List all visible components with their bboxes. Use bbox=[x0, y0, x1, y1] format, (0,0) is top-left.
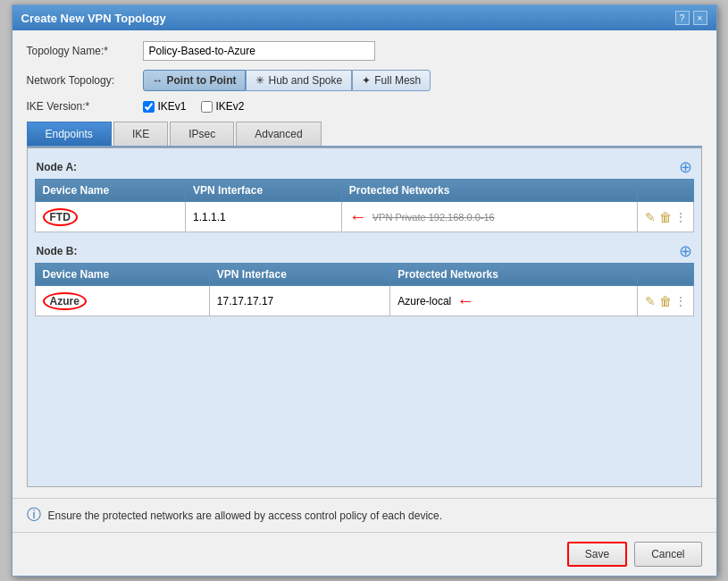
dialog-titlebar: Create New VPN Topology ? × bbox=[13, 5, 716, 30]
node-a-delete-button[interactable]: 🗑 bbox=[659, 210, 672, 224]
topology-buttons: ↔ Point to Point ✳ Hub and Spoke ✦ Full … bbox=[143, 70, 431, 91]
full-mesh-label: Full Mesh bbox=[374, 74, 421, 87]
node-a-arrow-icon: ← bbox=[349, 206, 367, 227]
node-a-col-actions bbox=[637, 180, 693, 202]
save-button[interactable]: Save bbox=[567, 542, 627, 567]
node-b-section: Node B: ⊕ Device Name VPN Interface Prot… bbox=[35, 240, 694, 316]
topology-name-label: Topology Name:* bbox=[27, 45, 143, 57]
info-message: Ensure the protected networks are allowe… bbox=[48, 509, 443, 522]
ikev2-checkbox[interactable] bbox=[201, 101, 213, 113]
tab-advanced[interactable]: Advanced bbox=[236, 122, 321, 146]
ikev1-option[interactable]: IKEv1 bbox=[143, 100, 187, 113]
node-a-table-wrapper: Device Name VPN Interface Protected Netw… bbox=[35, 179, 694, 232]
ike-checkboxes: IKEv1 IKEv2 bbox=[143, 100, 245, 113]
node-b-col-device: Device Name bbox=[35, 264, 209, 286]
node-a-network-text: VPN Private 192.168.0.0-16 bbox=[372, 212, 495, 223]
node-b-device-name: Azure bbox=[43, 292, 87, 310]
node-b-header-row: Device Name VPN Interface Protected Netw… bbox=[35, 264, 693, 286]
node-a-add-button[interactable]: ⊕ bbox=[679, 159, 692, 175]
node-b-col-vpn: VPN Interface bbox=[209, 264, 389, 286]
ikev2-option[interactable]: IKEv2 bbox=[201, 100, 245, 113]
ike-version-row: IKE Version:* IKEv1 IKEv2 bbox=[27, 100, 702, 113]
point-to-point-label: Point to Point bbox=[167, 74, 237, 87]
network-topology-label: Network Topology: bbox=[27, 74, 143, 87]
ikev1-checkbox[interactable] bbox=[143, 101, 155, 113]
node-a-action-cell: ✎ 🗑 ⋮ bbox=[637, 202, 693, 232]
topology-name-input[interactable] bbox=[143, 41, 375, 61]
node-b-arrow-icon: ← bbox=[456, 290, 474, 311]
tab-ipsec[interactable]: IPsec bbox=[170, 122, 234, 146]
tab-endpoints[interactable]: Endpoints bbox=[27, 122, 112, 146]
node-b-add-button[interactable]: ⊕ bbox=[679, 243, 692, 259]
ikev1-label: IKEv1 bbox=[158, 100, 187, 113]
node-a-header-row: Device Name VPN Interface Protected Netw… bbox=[35, 180, 693, 202]
node-a-vpn-interface: 1.1.1.1 bbox=[186, 202, 342, 232]
node-b-device-cell: Azure bbox=[35, 286, 209, 316]
node-b-col-networks: Protected Networks bbox=[390, 264, 637, 286]
close-button[interactable]: × bbox=[693, 11, 707, 25]
node-a-edit-button[interactable]: ✎ bbox=[645, 210, 656, 224]
node-a-label: Node A: bbox=[37, 161, 78, 173]
node-b-actions: ✎ 🗑 ⋮ bbox=[645, 294, 686, 308]
hub-spoke-icon: ✳ bbox=[255, 74, 264, 87]
cancel-button[interactable]: Cancel bbox=[634, 542, 701, 567]
node-a-col-device: Device Name bbox=[35, 180, 186, 202]
full-mesh-icon: ✦ bbox=[362, 74, 371, 87]
dialog: Create New VPN Topology ? × Topology Nam… bbox=[12, 4, 717, 577]
node-a-device-name: FTD bbox=[43, 208, 78, 226]
network-topology-row: Network Topology: ↔ Point to Point ✳ Hub… bbox=[27, 70, 702, 91]
point-to-point-icon: ↔ bbox=[153, 74, 163, 87]
dialog-body: Topology Name:* Network Topology: ↔ Poin… bbox=[13, 30, 716, 498]
node-b-network-text: Azure-local bbox=[397, 295, 451, 307]
node-b-table-wrapper: Device Name VPN Interface Protected Netw… bbox=[35, 263, 694, 316]
node-b-action-cell: ✎ 🗑 ⋮ bbox=[637, 286, 693, 316]
ike-version-label: IKE Version:* bbox=[27, 100, 143, 113]
node-a-col-networks: Protected Networks bbox=[341, 180, 637, 202]
node-b-table: Device Name VPN Interface Protected Netw… bbox=[35, 263, 694, 316]
dialog-title: Create New VPN Topology bbox=[21, 12, 166, 25]
help-button[interactable]: ? bbox=[675, 11, 690, 25]
tab-ike[interactable]: IKE bbox=[113, 122, 168, 146]
topology-name-row: Topology Name:* bbox=[27, 41, 702, 61]
node-b-col-actions bbox=[637, 264, 693, 286]
info-icon: ⓘ bbox=[27, 506, 41, 525]
node-a-protected-networks: ← VPN Private 192.168.0.0-16 bbox=[341, 202, 637, 232]
node-a-table: Device Name VPN Interface Protected Netw… bbox=[35, 179, 694, 232]
info-bar: ⓘ Ensure the protected networks are allo… bbox=[13, 498, 716, 532]
topology-hub-spoke[interactable]: ✳ Hub and Spoke bbox=[246, 70, 352, 91]
ikev2-label: IKEv2 bbox=[216, 100, 245, 113]
topology-full-mesh[interactable]: ✦ Full Mesh bbox=[352, 70, 431, 91]
hub-spoke-label: Hub and Spoke bbox=[268, 74, 342, 87]
node-a-drag-handle: ⋮ bbox=[675, 211, 686, 223]
node-b-protected-networks: Azure-local ← bbox=[390, 286, 637, 316]
node-b-label: Node B: bbox=[37, 245, 78, 257]
node-a-section: Node A: ⊕ Device Name VPN Interface Prot… bbox=[35, 156, 694, 232]
node-b-vpn-interface: 17.17.17.17 bbox=[209, 286, 389, 316]
footer-buttons: Save Cancel bbox=[13, 532, 716, 576]
table-row: FTD 1.1.1.1 ← VPN Private 192.168.0.0-16 bbox=[35, 202, 693, 232]
table-row: Azure 17.17.17.17 Azure-local ← bbox=[35, 286, 693, 316]
tab-content: Node A: ⊕ Device Name VPN Interface Prot… bbox=[27, 147, 702, 487]
node-b-delete-button[interactable]: 🗑 bbox=[659, 294, 672, 308]
topology-point-to-point[interactable]: ↔ Point to Point bbox=[143, 70, 247, 91]
node-a-actions: ✎ 🗑 ⋮ bbox=[645, 210, 686, 224]
tab-bar: Endpoints IKE IPsec Advanced bbox=[27, 122, 702, 147]
node-b-header: Node B: ⊕ bbox=[35, 240, 694, 263]
title-buttons: ? × bbox=[675, 11, 707, 25]
node-b-edit-button[interactable]: ✎ bbox=[645, 294, 656, 308]
node-b-drag-handle: ⋮ bbox=[675, 295, 686, 307]
node-a-col-vpn: VPN Interface bbox=[186, 180, 342, 202]
node-a-header: Node A: ⊕ bbox=[35, 156, 694, 179]
node-a-device-cell: FTD bbox=[35, 202, 186, 232]
